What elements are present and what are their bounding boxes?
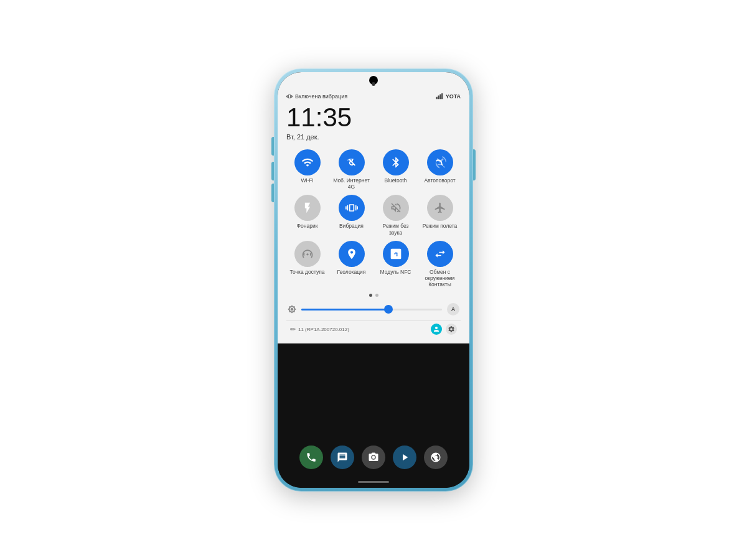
nfc-tile-label: Модуль NFC	[380, 269, 411, 275]
exchange-tile-label: Обмен с окружением Контакты	[425, 269, 455, 288]
brightness-slider[interactable]	[301, 309, 442, 310]
tile-mobile[interactable]: Моб. Интернет 4G	[331, 149, 372, 190]
svg-rect-0	[436, 97, 437, 100]
clock-display: 11:35	[286, 105, 461, 131]
notch-cutout	[369, 76, 378, 85]
wifi-tile-icon[interactable]	[294, 149, 321, 175]
phone-device: Включена вибрация YOTA 11:35 Вт, 21 дек.	[274, 68, 473, 492]
dot-2	[375, 294, 378, 297]
user-icon-btn[interactable]	[431, 324, 442, 335]
phone-screen: Включена вибрация YOTA 11:35 Вт, 21 дек.	[278, 72, 469, 488]
version-label: 11 (RP1A.200720.012)	[298, 327, 349, 332]
vibration-label: Включена вибрация	[295, 93, 347, 100]
app-dock	[278, 439, 469, 478]
tile-autorotate[interactable]: Автоповорот	[419, 149, 461, 190]
signal-icon	[436, 93, 444, 100]
dot-1	[369, 294, 372, 297]
tile-hotspot[interactable]: Точка доступа	[286, 241, 328, 288]
tile-vibration[interactable]: Вибрация	[331, 195, 372, 235]
dock-play[interactable]	[393, 446, 416, 469]
mobile-tile-icon[interactable]	[339, 149, 365, 175]
airplane-tile-label: Режим полета	[423, 223, 458, 229]
tile-airplane[interactable]: Режим полета	[419, 195, 461, 235]
autorotate-tile-label: Автоповорот	[424, 177, 455, 184]
vibration-tile-label: Вибрация	[339, 223, 364, 229]
mobile-tile-label: Моб. Интернет 4G	[333, 177, 370, 190]
tile-silent[interactable]: Режим без звука	[375, 195, 416, 235]
footer-bar: ✏ 11 (RP1A.200720.012)	[286, 320, 461, 337]
status-bar: Включена вибрация YOTA	[286, 93, 461, 100]
tile-bluetooth[interactable]: Bluetooth	[375, 149, 416, 190]
status-left: Включена вибрация	[286, 93, 347, 100]
quick-tiles-grid: Wi-Fi Моб. Интернет 4G	[286, 149, 461, 287]
airplane-tile-icon[interactable]	[427, 195, 453, 221]
dock-camera[interactable]	[362, 446, 385, 469]
vibration-tile-icon[interactable]	[339, 195, 365, 221]
silent-tile-label: Режим без звука	[383, 223, 409, 235]
pagination-dots	[286, 294, 461, 297]
svg-rect-3	[441, 93, 443, 99]
flashlight-tile-icon[interactable]	[294, 195, 321, 221]
brightness-thumb[interactable]	[384, 305, 393, 314]
edit-icon[interactable]: ✏	[290, 325, 296, 334]
silent-tile-icon[interactable]	[383, 195, 409, 221]
tile-nfc[interactable]: Модуль NFC	[375, 241, 416, 288]
quick-settings-panel: Включена вибрация YOTA 11:35 Вт, 21 дек.	[278, 90, 469, 343]
status-right: YOTA	[436, 93, 461, 100]
brightness-auto-btn[interactable]: A	[447, 303, 459, 315]
tile-flashlight[interactable]: Фонарик	[286, 195, 328, 235]
settings-icon-btn[interactable]	[446, 324, 457, 335]
dock-chrome[interactable]	[424, 446, 448, 469]
hotspot-tile-icon[interactable]	[294, 241, 321, 267]
exchange-tile-icon[interactable]	[427, 241, 453, 267]
vibration-icon	[286, 93, 293, 100]
nav-pill[interactable]	[358, 481, 389, 483]
brightness-fill	[301, 309, 388, 310]
location-tile-label: Геолокация	[337, 269, 366, 275]
bluetooth-tile-icon[interactable]	[383, 149, 409, 175]
bluetooth-tile-label: Bluetooth	[385, 177, 407, 184]
footer-right	[431, 324, 457, 335]
tile-wifi[interactable]: Wi-Fi	[286, 149, 328, 190]
brightness-icon	[288, 305, 296, 314]
date-display: Вт, 21 дек.	[286, 133, 461, 141]
svg-rect-1	[438, 96, 439, 100]
autorotate-tile-icon[interactable]	[427, 149, 453, 175]
dock-messages[interactable]	[331, 446, 354, 469]
tile-exchange[interactable]: Обмен с окружением Контакты	[419, 241, 461, 288]
notch-area	[278, 72, 469, 90]
tile-location[interactable]: Геолокация	[331, 241, 372, 288]
nfc-tile-icon[interactable]	[383, 241, 409, 267]
carrier-label: YOTA	[446, 93, 461, 100]
brightness-row: A	[286, 303, 461, 315]
nav-bar	[278, 478, 469, 488]
svg-rect-2	[439, 94, 441, 99]
footer-left: ✏ 11 (RP1A.200720.012)	[290, 325, 349, 334]
hotspot-tile-label: Точка доступа	[290, 269, 325, 275]
front-camera	[372, 82, 375, 86]
flashlight-tile-label: Фонарик	[297, 223, 318, 229]
location-tile-icon[interactable]	[339, 241, 365, 267]
wifi-tile-label: Wi-Fi	[301, 177, 314, 184]
homescreen	[278, 343, 469, 488]
dock-phone[interactable]	[299, 446, 323, 469]
